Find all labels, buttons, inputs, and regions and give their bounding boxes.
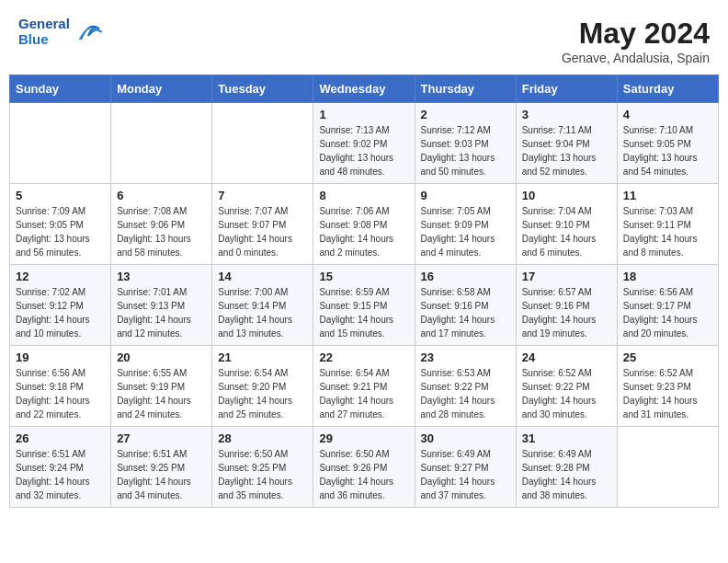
calendar-cell: 30Sunrise: 6:49 AMSunset: 9:27 PMDayligh… xyxy=(415,427,516,508)
calendar-cell: 6Sunrise: 7:08 AMSunset: 9:06 PMDaylight… xyxy=(111,184,212,265)
calendar-cell: 29Sunrise: 6:50 AMSunset: 9:26 PMDayligh… xyxy=(313,427,415,508)
calendar-cell: 27Sunrise: 6:51 AMSunset: 9:25 PMDayligh… xyxy=(111,427,212,508)
day-number: 6 xyxy=(117,189,206,202)
calendar-cell: 7Sunrise: 7:07 AMSunset: 9:07 PMDaylight… xyxy=(212,184,313,265)
calendar-cell: 1Sunrise: 7:13 AMSunset: 9:02 PMDaylight… xyxy=(313,103,415,184)
calendar-cell: 26Sunrise: 6:51 AMSunset: 9:24 PMDayligh… xyxy=(10,427,111,508)
day-info: Sunrise: 6:49 AMSunset: 9:28 PMDaylight:… xyxy=(522,447,611,502)
title-block: May 2024 Genave, Andalusia, Spain xyxy=(562,17,710,65)
calendar-cell: 4Sunrise: 7:10 AMSunset: 9:05 PMDaylight… xyxy=(617,103,718,184)
logo-general: General xyxy=(18,17,70,32)
day-number: 25 xyxy=(623,350,712,364)
day-info: Sunrise: 7:05 AMSunset: 9:09 PMDaylight:… xyxy=(421,204,510,259)
day-info: Sunrise: 7:11 AMSunset: 9:04 PMDaylight:… xyxy=(522,123,611,178)
calendar-cell: 13Sunrise: 7:01 AMSunset: 9:13 PMDayligh… xyxy=(111,265,212,346)
page-header: General Blue May 2024 Genave, Andalusia,… xyxy=(9,9,719,69)
logo: General Blue xyxy=(18,17,103,47)
day-info: Sunrise: 6:49 AMSunset: 9:27 PMDaylight:… xyxy=(421,447,510,502)
day-info: Sunrise: 6:52 AMSunset: 9:23 PMDaylight:… xyxy=(623,366,712,421)
week-row-3: 12Sunrise: 7:02 AMSunset: 9:12 PMDayligh… xyxy=(10,265,719,346)
calendar-cell: 18Sunrise: 6:56 AMSunset: 9:17 PMDayligh… xyxy=(617,265,718,346)
calendar-cell: 15Sunrise: 6:59 AMSunset: 9:15 PMDayligh… xyxy=(313,265,415,346)
day-number: 2 xyxy=(421,108,510,121)
logo-icon xyxy=(74,17,103,47)
day-info: Sunrise: 6:59 AMSunset: 9:15 PMDaylight:… xyxy=(319,285,408,340)
calendar-cell xyxy=(111,103,212,184)
calendar-cell: 20Sunrise: 6:55 AMSunset: 9:19 PMDayligh… xyxy=(111,346,212,427)
day-number: 7 xyxy=(218,189,307,202)
day-number: 21 xyxy=(218,350,307,364)
weekday-header-tuesday: Tuesday xyxy=(212,75,313,103)
day-number: 14 xyxy=(218,270,307,283)
day-number: 26 xyxy=(16,431,105,445)
calendar-table: SundayMondayTuesdayWednesdayThursdayFrid… xyxy=(9,75,719,508)
day-number: 31 xyxy=(522,431,611,445)
day-info: Sunrise: 6:55 AMSunset: 9:19 PMDaylight:… xyxy=(117,366,206,421)
calendar-cell: 22Sunrise: 6:54 AMSunset: 9:21 PMDayligh… xyxy=(313,346,415,427)
logo-blue: Blue xyxy=(18,32,70,48)
day-number: 30 xyxy=(421,431,510,445)
day-number: 12 xyxy=(16,270,105,283)
calendar-cell: 3Sunrise: 7:11 AMSunset: 9:04 PMDaylight… xyxy=(516,103,617,184)
day-info: Sunrise: 7:08 AMSunset: 9:06 PMDaylight:… xyxy=(117,204,206,259)
day-number: 1 xyxy=(319,108,408,121)
day-info: Sunrise: 6:51 AMSunset: 9:25 PMDaylight:… xyxy=(117,447,206,502)
day-number: 3 xyxy=(522,108,611,121)
calendar-cell: 2Sunrise: 7:12 AMSunset: 9:03 PMDaylight… xyxy=(415,103,516,184)
calendar-cell: 17Sunrise: 6:57 AMSunset: 9:16 PMDayligh… xyxy=(516,265,617,346)
day-number: 27 xyxy=(117,431,206,445)
calendar-cell: 14Sunrise: 7:00 AMSunset: 9:14 PMDayligh… xyxy=(212,265,313,346)
calendar-cell: 10Sunrise: 7:04 AMSunset: 9:10 PMDayligh… xyxy=(516,184,617,265)
day-info: Sunrise: 6:54 AMSunset: 9:20 PMDaylight:… xyxy=(218,366,307,421)
calendar-cell: 16Sunrise: 6:58 AMSunset: 9:16 PMDayligh… xyxy=(415,265,516,346)
day-number: 23 xyxy=(421,350,510,364)
day-info: Sunrise: 7:01 AMSunset: 9:13 PMDaylight:… xyxy=(117,285,206,340)
weekday-header-monday: Monday xyxy=(111,75,212,103)
day-info: Sunrise: 7:12 AMSunset: 9:03 PMDaylight:… xyxy=(421,123,510,178)
day-info: Sunrise: 7:09 AMSunset: 9:05 PMDaylight:… xyxy=(16,204,105,259)
day-info: Sunrise: 6:50 AMSunset: 9:25 PMDaylight:… xyxy=(218,447,307,502)
calendar-cell: 11Sunrise: 7:03 AMSunset: 9:11 PMDayligh… xyxy=(617,184,718,265)
day-info: Sunrise: 7:06 AMSunset: 9:08 PMDaylight:… xyxy=(319,204,408,259)
calendar-cell: 21Sunrise: 6:54 AMSunset: 9:20 PMDayligh… xyxy=(212,346,313,427)
day-number: 24 xyxy=(522,350,611,364)
day-number: 8 xyxy=(319,189,408,202)
day-info: Sunrise: 7:10 AMSunset: 9:05 PMDaylight:… xyxy=(623,123,712,178)
calendar-cell: 19Sunrise: 6:56 AMSunset: 9:18 PMDayligh… xyxy=(10,346,111,427)
week-row-2: 5Sunrise: 7:09 AMSunset: 9:05 PMDaylight… xyxy=(10,184,719,265)
week-row-1: 1Sunrise: 7:13 AMSunset: 9:02 PMDaylight… xyxy=(10,103,719,184)
day-info: Sunrise: 7:07 AMSunset: 9:07 PMDaylight:… xyxy=(218,204,307,259)
calendar-cell: 28Sunrise: 6:50 AMSunset: 9:25 PMDayligh… xyxy=(212,427,313,508)
calendar-cell: 5Sunrise: 7:09 AMSunset: 9:05 PMDaylight… xyxy=(10,184,111,265)
day-info: Sunrise: 7:03 AMSunset: 9:11 PMDaylight:… xyxy=(623,204,712,259)
calendar-cell xyxy=(617,427,718,508)
day-number: 15 xyxy=(319,270,408,283)
day-info: Sunrise: 7:04 AMSunset: 9:10 PMDaylight:… xyxy=(522,204,611,259)
calendar-cell: 24Sunrise: 6:52 AMSunset: 9:22 PMDayligh… xyxy=(516,346,617,427)
day-info: Sunrise: 7:13 AMSunset: 9:02 PMDaylight:… xyxy=(319,123,408,178)
calendar-cell: 23Sunrise: 6:53 AMSunset: 9:22 PMDayligh… xyxy=(415,346,516,427)
day-info: Sunrise: 7:00 AMSunset: 9:14 PMDaylight:… xyxy=(218,285,307,340)
day-info: Sunrise: 6:52 AMSunset: 9:22 PMDaylight:… xyxy=(522,366,611,421)
day-number: 9 xyxy=(421,189,510,202)
location-subtitle: Genave, Andalusia, Spain xyxy=(562,51,710,65)
day-number: 17 xyxy=(522,270,611,283)
weekday-header-thursday: Thursday xyxy=(415,75,516,103)
day-number: 19 xyxy=(16,350,105,364)
calendar-cell: 9Sunrise: 7:05 AMSunset: 9:09 PMDaylight… xyxy=(415,184,516,265)
day-number: 16 xyxy=(421,270,510,283)
day-number: 4 xyxy=(623,108,712,121)
day-info: Sunrise: 6:56 AMSunset: 9:18 PMDaylight:… xyxy=(16,366,105,421)
day-info: Sunrise: 6:54 AMSunset: 9:21 PMDaylight:… xyxy=(319,366,408,421)
day-number: 20 xyxy=(117,350,206,364)
weekday-header-row: SundayMondayTuesdayWednesdayThursdayFrid… xyxy=(10,75,719,103)
calendar-cell xyxy=(212,103,313,184)
day-info: Sunrise: 7:02 AMSunset: 9:12 PMDaylight:… xyxy=(16,285,105,340)
calendar-cell: 12Sunrise: 7:02 AMSunset: 9:12 PMDayligh… xyxy=(10,265,111,346)
day-number: 11 xyxy=(623,189,712,202)
day-info: Sunrise: 6:57 AMSunset: 9:16 PMDaylight:… xyxy=(522,285,611,340)
week-row-4: 19Sunrise: 6:56 AMSunset: 9:18 PMDayligh… xyxy=(10,346,719,427)
day-info: Sunrise: 6:53 AMSunset: 9:22 PMDaylight:… xyxy=(421,366,510,421)
day-number: 10 xyxy=(522,189,611,202)
month-year-title: May 2024 xyxy=(562,17,710,51)
